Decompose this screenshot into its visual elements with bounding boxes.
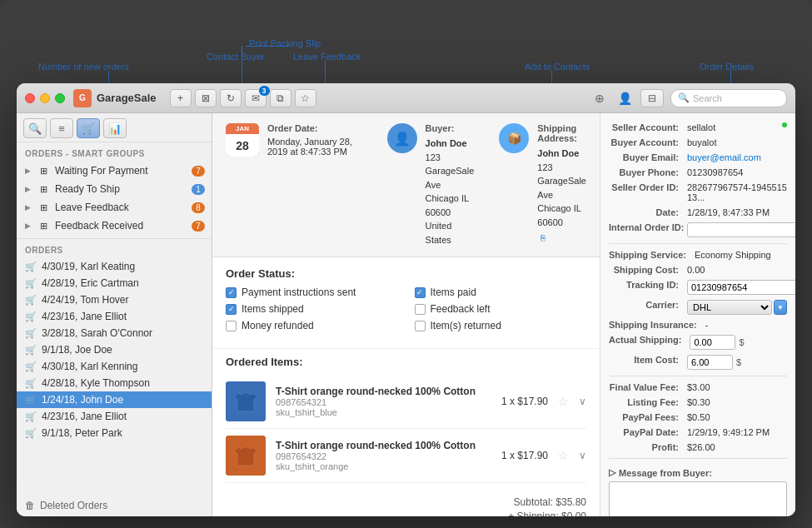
minimize-button[interactable] [40,93,50,103]
date-row: Date: 1/28/19, 8:47:33 PM [600,205,795,220]
checkbox-1[interactable]: ✓ [415,287,426,298]
close-button[interactable] [25,93,35,103]
item-star-1[interactable]: ☆ [558,449,569,462]
cart-icon-9: 🛒 [25,411,37,422]
carrier-select[interactable]: DHL [687,300,772,315]
feedback-received-label: Feedback Received [55,220,187,232]
order-item-7[interactable]: 🛒 4/28/18, Kyle Thompson [17,375,212,391]
buyer-phone-label: Buyer Phone: [609,167,684,177]
actual-shipping-input[interactable] [690,335,735,350]
online-indicator [782,122,787,127]
order-item-10[interactable]: 🛒 9/1/18, Peter Park [17,425,212,441]
message-textarea[interactable] [609,481,787,516]
order-header: JAN 28 Order Date: Monday, January 28, 2… [212,113,600,257]
delete-button[interactable]: ⊠ [195,89,217,107]
sidebar-item-leave-feedback[interactable]: ▶ ⊞ Leave Feedback 8 [17,198,212,217]
buyer-email-label: Buyer Email: [609,152,684,162]
search-box[interactable]: 🔍 Search [670,89,787,107]
expand-icon-4: ▶ [23,222,32,230]
shipping-label: Shipping Address: [537,123,586,143]
duplicate-button[interactable]: ⧉ [270,89,291,107]
sidebar-item-ready-to-ship[interactable]: ▶ ⊞ Ready To Ship 1 [17,180,212,198]
person-icon: 👤 [615,89,634,107]
annotation-leave-feedback: Leave Feedback [293,52,361,62]
date-label: Date: [609,207,684,217]
order-status-label: Order Status: [226,267,586,280]
item-expand-1[interactable]: ∨ [579,450,586,461]
magnify-icon[interactable]: ⊕ [590,89,609,107]
calendar-month: JAN [226,123,259,134]
item-cost-input[interactable] [687,355,733,370]
paypal-fees-value: $0.50 [687,412,787,422]
trash-icon: 🗑 [25,500,35,511]
status-item-0: ✓ Payment instructions sent [226,286,398,298]
status-item-4: Money refunded [226,320,398,331]
sidebar-tab-list[interactable]: ≡ [50,118,73,138]
tracking-id-input[interactable] [687,280,795,295]
deleted-orders-label: Deleted Orders [40,500,107,511]
tracking-id-row: Tracking ID: [600,277,795,297]
annotation-add-to-contacts: Add to Contacts [525,62,590,72]
item-qty-1: 1 x $17.90 [501,450,548,461]
cart-icon-4: 🛒 [25,328,37,339]
email-badge: 3 [259,86,270,96]
buyer-email-value: buyer@email.com [687,152,787,162]
order-date-info: Order Date: Monday, January 28, 2019 at … [267,123,362,157]
item-qty-0: 1 x $17.90 [501,396,548,407]
checkbox-0[interactable]: ✓ [226,287,237,298]
checkbox-4[interactable] [226,321,237,331]
order-item-6[interactable]: 🛒 4/30/18, Karl Kenning [17,358,212,375]
order-item-4[interactable]: 🛒 3/28/18, Sarah O'Connor [17,325,212,341]
item-expand-0[interactable]: ∨ [579,396,586,407]
order-item-2[interactable]: 🛒 4/24/19, Tom Hover [17,291,212,308]
order-item-5[interactable]: 🛒 9/1/18, Joe Doe [17,341,212,358]
order-date-label: Order Date: [267,123,362,133]
sidebar-item-waiting-for-payment[interactable]: ▶ ⊞ Waiting For Payment 7 [17,162,212,180]
order-item-0[interactable]: 🛒 4/30/19, Karl Keating [17,258,212,275]
internal-order-id-input[interactable] [687,222,795,237]
subtotal-line: Subtotal: $35.80 [226,496,586,508]
buyer-account-label: Buyer Account: [609,137,684,147]
item-sku-id-1: 0987654322 [276,451,491,461]
checkbox-3[interactable] [415,304,426,315]
item-cost-row: Item Cost: $ [600,352,795,372]
actual-shipping-label: Actual Shipping: [609,335,686,345]
sidebar-tab-magnify[interactable]: 🔍 [23,118,47,138]
order-item-3[interactable]: 🛒 4/23/16, Jane Elliot [17,308,212,325]
sidebar-tab-chart[interactable]: 📊 [103,118,127,138]
shipping-insurance-label: Shipping Insurance: [609,320,702,330]
carrier-dropdown-arrow[interactable]: ▼ [774,300,787,315]
sidebar-item-feedback-received[interactable]: ▶ ⊞ Feedback Received 7 [17,217,212,235]
annotation-order-details: Order Details [700,62,754,72]
status-label-0: Payment instructions sent [242,286,356,298]
refresh-button[interactable]: ↻ [220,89,242,107]
checkbox-5[interactable] [415,321,426,331]
annotation-contact-buyer: Contact Buyer [207,52,265,62]
deleted-orders-button[interactable]: 🗑 Deleted Orders [17,495,212,516]
final-value-fee-row: Final Value Fee: $3.00 [600,380,795,395]
shipping-block: 📦 Shipping Address: John Doe 123 GarageS… [499,123,586,244]
order-label-0: 4/30/19, Karl Keating [42,261,135,272]
actual-shipping-row: Actual Shipping: $ [600,332,795,352]
maximize-button[interactable] [55,93,65,103]
calendar-day: 28 [226,134,259,157]
listing-fee-value: $0.30 [687,397,787,407]
order-item-8[interactable]: 🛒 1/24/18, John Doe [17,391,212,408]
sidebar-tab-cart[interactable]: 🛒 [77,118,100,138]
add-button[interactable]: + [170,89,192,107]
order-product-1: T-Shirt orange round-necked 100% Cotton … [226,429,586,483]
email-button[interactable]: ✉ 3 [245,89,267,107]
copy-address-button[interactable]: ⎘ [541,233,545,242]
order-item-1[interactable]: 🛒 4/28/19, Eric Cartman [17,275,212,291]
status-label-3: Feedback left [431,303,491,315]
order-item-9[interactable]: 🛒 4/23/16, Jane Elliot [17,408,212,425]
buyer-account-value: buyalot [687,137,787,147]
ordered-items-section: Ordered Items: T-Shirt orange round-neck… [212,348,600,490]
view-toggle[interactable]: ⊟ [640,89,664,107]
smart-groups-header: ORDERS - SMART GROUPS [17,142,212,162]
cart-icon-6: 🛒 [25,361,37,372]
checkbox-2[interactable]: ✓ [226,304,237,315]
item-star-0[interactable]: ☆ [558,395,569,408]
status-item-2: ✓ Items shipped [226,303,398,315]
star-button[interactable]: ☆ [295,89,316,107]
